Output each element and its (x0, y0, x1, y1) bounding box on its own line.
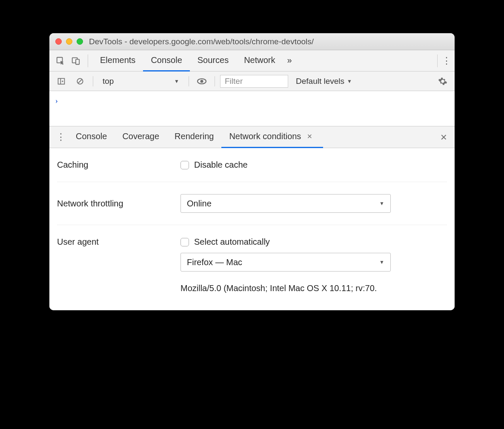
console-sidebar-toggle-icon[interactable] (56, 76, 66, 86)
console-toolbar: top ▼ Default levels ▼ (49, 72, 455, 91)
close-drawer-icon[interactable]: × (437, 131, 450, 144)
drawer-tab-rendering[interactable]: Rendering (167, 126, 221, 148)
drawer-tab-network-conditions[interactable]: Network conditions × (221, 126, 323, 148)
clear-console-icon[interactable] (75, 76, 85, 86)
separator (189, 76, 189, 86)
disable-cache-checkbox[interactable]: Disable cache (180, 160, 447, 170)
log-levels-selector[interactable]: Default levels ▼ (296, 77, 352, 86)
console-prompt: › (55, 97, 58, 105)
levels-label: Default levels (296, 77, 344, 86)
user-agent-string: Mozilla/5.0 (Macintosh; Intel Mac OS X 1… (180, 277, 447, 293)
checkbox-icon (180, 161, 189, 169)
close-tab-icon[interactable]: × (304, 132, 315, 141)
window-title: DevTools - developers.google.com/web/too… (89, 37, 314, 46)
zoom-window-button[interactable] (77, 38, 83, 45)
drawer-tab-label: Network conditions (229, 132, 301, 141)
traffic-lights (55, 38, 83, 45)
user-agent-select[interactable]: Firefox — Mac ▼ (180, 253, 391, 272)
ua-auto-label: Select automatically (194, 237, 270, 247)
chevron-down-icon: ▼ (347, 78, 352, 84)
disable-cache-label: Disable cache (194, 160, 248, 170)
separator (215, 76, 215, 86)
separator (437, 54, 438, 67)
throttling-select[interactable]: Online ▼ (180, 194, 391, 213)
chevron-down-icon: ▼ (379, 200, 384, 206)
inspect-icon[interactable] (55, 56, 66, 66)
caching-row: Caching Disable cache (57, 148, 447, 182)
svg-rect-3 (58, 78, 65, 84)
user-agent-label: User agent (57, 237, 180, 247)
chevron-down-icon: ▼ (174, 78, 179, 84)
tab-network[interactable]: Network (236, 50, 283, 72)
context-value: top (103, 77, 114, 86)
device-toggle-icon[interactable] (71, 56, 81, 66)
more-tabs-button[interactable]: » (283, 50, 296, 72)
throttling-label: Network throttling (57, 199, 180, 209)
devtools-window: DevTools - developers.google.com/web/too… (49, 33, 455, 310)
filter-input[interactable] (220, 75, 288, 88)
svg-point-6 (200, 80, 203, 83)
network-conditions-panel: Caching Disable cache Network throttling… (49, 148, 455, 310)
chevron-down-icon: ▼ (379, 259, 384, 265)
drawer-tab-bar: ⋮ Console Coverage Rendering Network con… (49, 126, 455, 148)
drawer-tab-console[interactable]: Console (68, 126, 115, 148)
tab-console[interactable]: Console (143, 50, 189, 72)
separator (93, 76, 93, 86)
user-agent-row: User agent Select automatically Firefox … (57, 225, 447, 293)
checkbox-icon (180, 238, 189, 246)
tab-sources[interactable]: Sources (190, 50, 236, 72)
svg-rect-2 (76, 59, 79, 64)
close-window-button[interactable] (55, 38, 62, 45)
ua-value: Firefox — Mac (187, 257, 242, 267)
throttling-row: Network throttling Online ▼ (57, 182, 447, 225)
tab-elements[interactable]: Elements (92, 50, 143, 72)
context-selector[interactable]: top ▼ (98, 75, 183, 88)
console-area[interactable]: › (49, 91, 455, 126)
drawer-tab-coverage[interactable]: Coverage (115, 126, 167, 148)
titlebar: DevTools - developers.google.com/web/too… (49, 33, 455, 50)
minimize-window-button[interactable] (66, 38, 72, 45)
caching-label: Caching (57, 160, 180, 170)
drawer-menu-icon[interactable]: ⋮ (56, 132, 66, 143)
separator (88, 54, 88, 67)
live-expression-icon[interactable] (197, 76, 207, 86)
throttling-value: Online (187, 199, 212, 209)
ua-auto-checkbox[interactable]: Select automatically (180, 237, 447, 247)
settings-gear-icon[interactable] (438, 76, 448, 86)
kebab-menu-icon[interactable]: ⋮ (442, 55, 451, 66)
main-tab-bar: Elements Console Sources Network » ⋮ (49, 50, 455, 72)
